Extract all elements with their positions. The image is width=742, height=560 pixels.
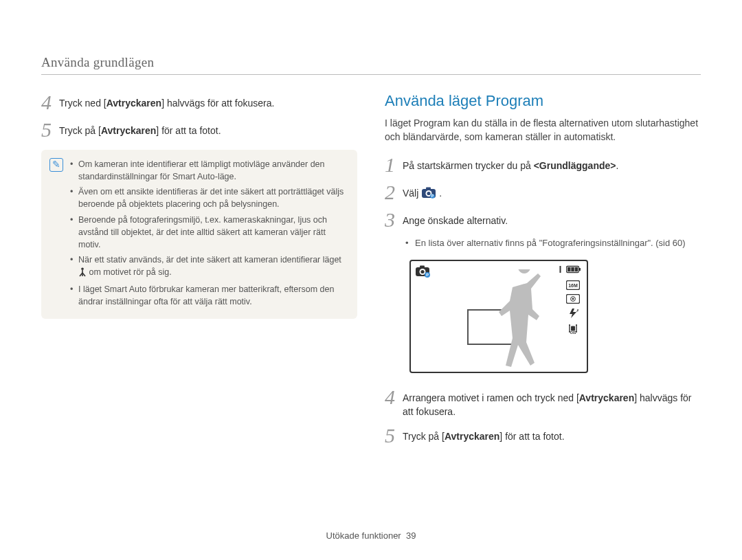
text-post: . — [439, 188, 442, 199]
right-step-3: 3 Ange önskade alternativ. — [385, 210, 701, 230]
subject-silhouette-icon — [497, 269, 555, 374]
step-text: På startskärmen trycker du på <Grundlägg… — [403, 155, 618, 172]
svg-point-0 — [81, 267, 84, 270]
svg-point-26 — [572, 298, 574, 300]
text-pre: Arrangera motivet i ramen och tryck ned … — [403, 392, 579, 403]
step3-sub-bullet: En lista över alternativ finns på "Fotog… — [403, 237, 701, 249]
step-number: 5 — [385, 425, 403, 446]
basic-bold: <Grundläggande> — [534, 160, 616, 171]
step-text: Tryck på [Avtryckaren] för att ta fotot. — [403, 425, 565, 443]
step-number: 1 — [385, 155, 403, 175]
svg-rect-6 — [426, 188, 431, 190]
svg-point-8 — [427, 192, 431, 195]
step-number: 3 — [385, 210, 403, 230]
breadcrumb: Använda grundlägen — [41, 55, 701, 70]
text-pre: Tryck på [ — [403, 431, 445, 442]
flash-icon: A — [567, 308, 578, 319]
page-number: 39 — [406, 530, 416, 541]
note-item: Beroende på fotograferingsmiljö, t.ex. k… — [70, 214, 348, 251]
svg-rect-22 — [575, 267, 578, 271]
shutter-bold: Avtryckaren — [101, 125, 156, 136]
note-item: I läget Smart Auto förbrukar kameran mer… — [70, 283, 348, 308]
program-mode-icon: P — [421, 187, 436, 203]
camera-preview: P 16M — [409, 260, 588, 373]
text-post: ] för att ta fotot. — [499, 431, 564, 442]
right-step-1: 1 På startskärmen trycker du på <Grundlä… — [385, 155, 701, 175]
mode-badge-icon: P — [415, 265, 431, 281]
resolution-icon: 16M — [566, 280, 580, 290]
svg-text:P: P — [426, 273, 429, 277]
shutter-bold: Avtryckaren — [579, 392, 634, 403]
text-post: ] halvvägs för att fokusera. — [161, 98, 274, 109]
step-text: Tryck på [Avtryckaren] för att ta fotot. — [59, 120, 221, 137]
section-heading: Använda läget Program — [385, 92, 701, 110]
note-box: ✎ Om kameran inte identifierar ett lämpl… — [41, 150, 357, 319]
text-post: ] för att ta fotot. — [156, 125, 221, 136]
footer: Utökade funktioner 39 — [0, 530, 742, 541]
step-number: 5 — [41, 120, 59, 140]
svg-rect-19 — [579, 268, 581, 271]
left-step-4: 4 Tryck ned [Avtryckaren] halvvägs för a… — [41, 92, 357, 113]
footer-label: Utökade funktioner — [326, 530, 401, 541]
step-number: 2 — [385, 182, 403, 203]
text-pre: Tryck på [ — [59, 125, 101, 136]
battery-icon — [566, 265, 581, 273]
tripod-icon — [78, 267, 87, 280]
shots-remaining-icon — [559, 265, 562, 273]
shutter-bold: Avtryckaren — [445, 431, 499, 442]
svg-rect-17 — [560, 266, 561, 273]
step-text: Ange önskade alternativ. — [403, 210, 508, 227]
right-step-4: 4 Arrangera motivet i ramen och tryck ne… — [385, 387, 701, 419]
note-item: Om kameran inte identifierar ett lämplig… — [70, 158, 348, 183]
svg-text:16M: 16M — [568, 283, 578, 288]
metering-icon — [566, 294, 580, 304]
svg-text:A: A — [576, 309, 578, 313]
text-pre: Välj — [403, 188, 421, 199]
step-number: 4 — [41, 92, 59, 113]
text-pre: Tryck ned [ — [59, 98, 106, 109]
text-pre: På startskärmen trycker du på — [403, 160, 534, 171]
note-list: Om kameran inte identifierar ett lämplig… — [70, 158, 348, 311]
shutter-bold: Avtryckaren — [106, 98, 161, 109]
note-text-post: om motivet rör på sig. — [89, 267, 171, 277]
note-icon: ✎ — [49, 158, 63, 172]
stabilization-icon: OIS — [567, 323, 579, 334]
step-number: 4 — [385, 387, 403, 407]
text-post: . — [616, 160, 618, 171]
left-step-5: 5 Tryck på [Avtryckaren] för att ta foto… — [41, 120, 357, 140]
right-step-2: 2 Välj P . — [385, 182, 701, 203]
right-step-5: 5 Tryck på [Avtryckaren] för att ta foto… — [385, 425, 701, 446]
step-text: Arrangera motivet i ramen och tryck ned … — [403, 387, 701, 419]
camera-preview-figure: P 16M — [409, 260, 701, 373]
svg-point-14 — [420, 270, 424, 273]
svg-rect-21 — [571, 267, 574, 271]
svg-rect-12 — [420, 265, 425, 267]
right-column: Använda läget Program I läget Program ka… — [385, 92, 701, 453]
header-divider — [41, 74, 701, 75]
section-intro: I läget Program kan du ställa in de fles… — [385, 117, 701, 144]
step-text: Välj P . — [403, 182, 442, 203]
step-text: Tryck ned [Avtryckaren] halvvägs för att… — [59, 92, 274, 110]
note-item: Även om ett ansikte identifieras är det … — [70, 186, 348, 210]
svg-text:OIS: OIS — [570, 330, 576, 334]
svg-marker-28 — [570, 309, 576, 318]
svg-rect-20 — [567, 267, 571, 271]
left-column: 4 Tryck ned [Avtryckaren] halvvägs för a… — [41, 92, 357, 453]
note-item: När ett stativ används, är det inte säke… — [70, 254, 348, 280]
note-text-pre: När ett stativ används, är det inte säke… — [78, 255, 341, 265]
